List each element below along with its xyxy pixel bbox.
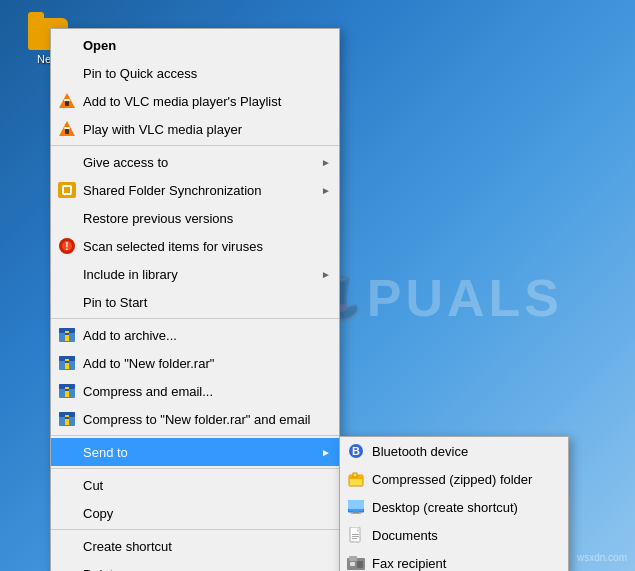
send-to-submenu: B Bluetooth device Compressed (zipp (339, 436, 569, 571)
menu-label-compress-rar-email: Compress to "New folder.rar" and email (83, 412, 331, 427)
menu-label-add-rar: Add to "New folder.rar" (83, 356, 331, 371)
menu-label-give-access: Give access to (83, 155, 321, 170)
menu-item-copy[interactable]: Copy (51, 499, 339, 527)
vlc-play-icon (57, 119, 77, 139)
svg-rect-33 (351, 513, 361, 514)
menu-label-create-shortcut: Create shortcut (83, 539, 331, 554)
svg-rect-1 (65, 101, 69, 106)
pin-quick-icon (57, 63, 77, 83)
menu-item-include-library[interactable]: Include in library ► (51, 260, 339, 288)
separator-5 (51, 529, 339, 530)
submenu-item-fax[interactable]: Fax recipient (340, 549, 568, 571)
shared-sync-icon (57, 180, 77, 200)
menu-label-vlc-playlist: Add to VLC media player's Playlist (83, 94, 331, 109)
pin-start-icon (57, 292, 77, 312)
svg-rect-29 (353, 473, 357, 477)
svg-rect-36 (352, 534, 359, 535)
svg-text:B: B (352, 445, 360, 457)
include-library-icon (57, 264, 77, 284)
menu-label-include-library: Include in library (83, 267, 321, 282)
separator-3 (51, 435, 339, 436)
menu-item-restore[interactable]: Restore previous versions (51, 204, 339, 232)
menu-label-copy: Copy (83, 506, 331, 521)
desktop: A🎩PUALS New Open Pin to Quick access (0, 0, 635, 571)
menu-item-send-to[interactable]: Send to ► B Bluetooth device (51, 438, 339, 466)
copy-icon (57, 503, 77, 523)
compressed-icon (346, 469, 366, 489)
svg-rect-16 (65, 361, 69, 363)
separator-2 (51, 318, 339, 319)
include-library-arrow: ► (321, 269, 331, 280)
menu-label-compressed: Compressed (zipped) folder (372, 472, 560, 487)
menu-item-add-rar[interactable]: Add to "New folder.rar" (51, 349, 339, 377)
restore-icon (57, 208, 77, 228)
menu-item-pin-quick[interactable]: Pin to Quick access (51, 59, 339, 87)
menu-item-compress-rar-email[interactable]: Compress to "New folder.rar" and email (51, 405, 339, 433)
svg-rect-32 (353, 511, 359, 513)
svg-rect-11 (65, 331, 69, 341)
menu-label-shared-sync: Shared Folder Synchronization (83, 183, 321, 198)
menu-item-scan-viruses[interactable]: ! Scan selected items for viruses (51, 232, 339, 260)
svg-rect-19 (65, 387, 69, 397)
menu-item-give-access[interactable]: Give access to ► (51, 148, 339, 176)
menu-label-open: Open (83, 38, 331, 53)
submenu-item-compressed[interactable]: Compressed (zipped) folder (340, 465, 568, 493)
documents-icon (346, 525, 366, 545)
separator-4 (51, 468, 339, 469)
svg-rect-42 (357, 561, 363, 568)
submenu-item-bluetooth[interactable]: B Bluetooth device (340, 437, 568, 465)
svg-rect-24 (65, 417, 69, 419)
svg-rect-5 (64, 127, 70, 129)
menu-item-shared-sync[interactable]: Shared Folder Synchronization ► (51, 176, 339, 204)
menu-label-pin-quick: Pin to Quick access (83, 66, 331, 81)
submenu-item-desktop[interactable]: Desktop (create shortcut) (340, 493, 568, 521)
submenu-item-documents[interactable]: Documents (340, 521, 568, 549)
menu-label-documents: Documents (372, 528, 560, 543)
cut-icon (57, 475, 77, 495)
menu-item-compress-email[interactable]: Compress and email... (51, 377, 339, 405)
menu-label-restore: Restore previous versions (83, 211, 331, 226)
shared-sync-arrow: ► (321, 185, 331, 196)
menu-item-add-archive[interactable]: Add to archive... (51, 321, 339, 349)
fax-icon (346, 553, 366, 571)
add-rar-icon (57, 353, 77, 373)
menu-item-vlc-play[interactable]: Play with VLC media player (51, 115, 339, 143)
menu-label-desktop: Desktop (create shortcut) (372, 500, 560, 515)
delete-icon (57, 564, 77, 571)
svg-rect-12 (65, 333, 69, 335)
menu-label-delete: Delete (83, 567, 331, 572)
menu-item-pin-start[interactable]: Pin to Start (51, 288, 339, 316)
menu-label-send-to: Send to (83, 445, 321, 460)
svg-rect-41 (350, 562, 355, 566)
svg-rect-2 (64, 99, 70, 101)
menu-item-vlc-playlist[interactable]: Add to VLC media player's Playlist (51, 87, 339, 115)
scan-viruses-icon: ! (57, 236, 77, 256)
bluetooth-icon: B (346, 441, 366, 461)
give-access-arrow: ► (321, 157, 331, 168)
give-access-icon (57, 152, 77, 172)
create-shortcut-icon (57, 536, 77, 556)
compress-email-icon (57, 381, 77, 401)
vlc-playlist-icon (57, 91, 77, 111)
svg-rect-15 (65, 359, 69, 369)
svg-rect-4 (65, 129, 69, 134)
svg-rect-40 (349, 556, 357, 561)
send-to-icon (57, 442, 77, 462)
menu-label-pin-start: Pin to Start (83, 295, 331, 310)
svg-rect-23 (65, 415, 69, 425)
menu-label-bluetooth: Bluetooth device (372, 444, 560, 459)
separator-1 (51, 145, 339, 146)
svg-rect-31 (348, 500, 364, 509)
menu-label-compress-email: Compress and email... (83, 384, 331, 399)
menu-item-delete[interactable]: Delete (51, 560, 339, 571)
svg-rect-20 (65, 389, 69, 391)
menu-item-create-shortcut[interactable]: Create shortcut (51, 532, 339, 560)
svg-rect-38 (352, 538, 357, 539)
menu-item-open[interactable]: Open (51, 29, 339, 59)
menu-item-cut[interactable]: Cut (51, 471, 339, 499)
menu-label-cut: Cut (83, 478, 331, 493)
add-archive-icon (57, 325, 77, 345)
wsxdn-watermark: wsxdn.com (577, 552, 627, 563)
menu-label-vlc-play: Play with VLC media player (83, 122, 331, 137)
send-to-arrow: ► (321, 447, 331, 458)
